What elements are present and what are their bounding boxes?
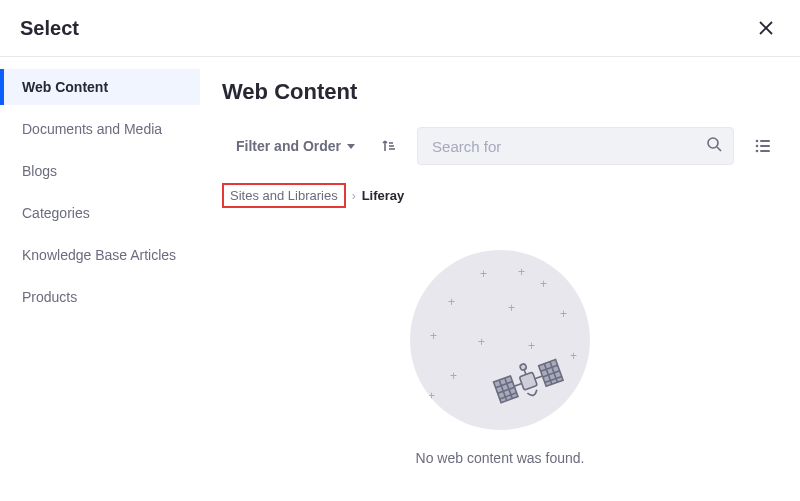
sidebar-item-knowledge-base[interactable]: Knowledge Base Articles — [0, 237, 200, 273]
sidebar-item-blogs[interactable]: Blogs — [0, 153, 200, 189]
svg-line-25 — [514, 384, 522, 387]
sort-icon — [380, 138, 396, 154]
sidebar-item-label: Knowledge Base Articles — [22, 247, 176, 263]
chevron-right-icon: › — [352, 189, 356, 203]
sidebar-item-web-content[interactable]: Web Content — [0, 69, 200, 105]
empty-illustration: + + + + + + + + + + + + — [410, 250, 590, 430]
list-icon — [754, 137, 772, 155]
toolbar: Filter and Order — [222, 127, 778, 165]
svg-point-9 — [756, 145, 759, 148]
svg-rect-12 — [760, 150, 770, 152]
empty-message: No web content was found. — [416, 450, 585, 466]
svg-rect-10 — [760, 145, 770, 147]
caret-down-icon — [347, 144, 355, 149]
svg-point-28 — [519, 363, 527, 371]
dialog-title: Select — [20, 17, 79, 40]
sidebar-item-label: Blogs — [22, 163, 57, 179]
breadcrumb-current: Liferay — [362, 188, 405, 203]
sidebar: Web Content Documents and Media Blogs Ca… — [0, 57, 200, 501]
sidebar-item-label: Categories — [22, 205, 90, 221]
svg-rect-27 — [519, 372, 537, 390]
svg-rect-8 — [760, 140, 770, 142]
sidebar-item-categories[interactable]: Categories — [0, 195, 200, 231]
filter-order-label: Filter and Order — [236, 138, 341, 154]
svg-line-26 — [535, 376, 543, 379]
search-input[interactable] — [417, 127, 734, 165]
close-button[interactable] — [752, 14, 780, 42]
breadcrumb-root-link[interactable]: Sites and Libraries — [222, 183, 346, 208]
satellite-icon — [486, 344, 572, 422]
filter-order-button[interactable]: Filter and Order — [222, 132, 359, 160]
breadcrumb: Sites and Libraries › Liferay — [222, 183, 778, 208]
sidebar-item-documents-media[interactable]: Documents and Media — [0, 111, 200, 147]
page-title: Web Content — [222, 79, 778, 105]
close-icon — [758, 20, 774, 36]
svg-point-11 — [756, 150, 759, 153]
sort-direction-button[interactable] — [373, 131, 403, 161]
sidebar-item-label: Web Content — [22, 79, 108, 95]
svg-line-29 — [524, 370, 526, 375]
main-panel: Web Content Filter and Order — [200, 57, 800, 501]
search-wrapper — [417, 127, 734, 165]
empty-state: + + + + + + + + + + + + — [222, 234, 778, 466]
dialog-header: Select — [0, 0, 800, 57]
svg-point-7 — [756, 140, 759, 143]
sidebar-item-label: Documents and Media — [22, 121, 162, 137]
sidebar-item-products[interactable]: Products — [0, 279, 200, 315]
display-style-button[interactable] — [748, 131, 778, 161]
sidebar-item-label: Products — [22, 289, 77, 305]
